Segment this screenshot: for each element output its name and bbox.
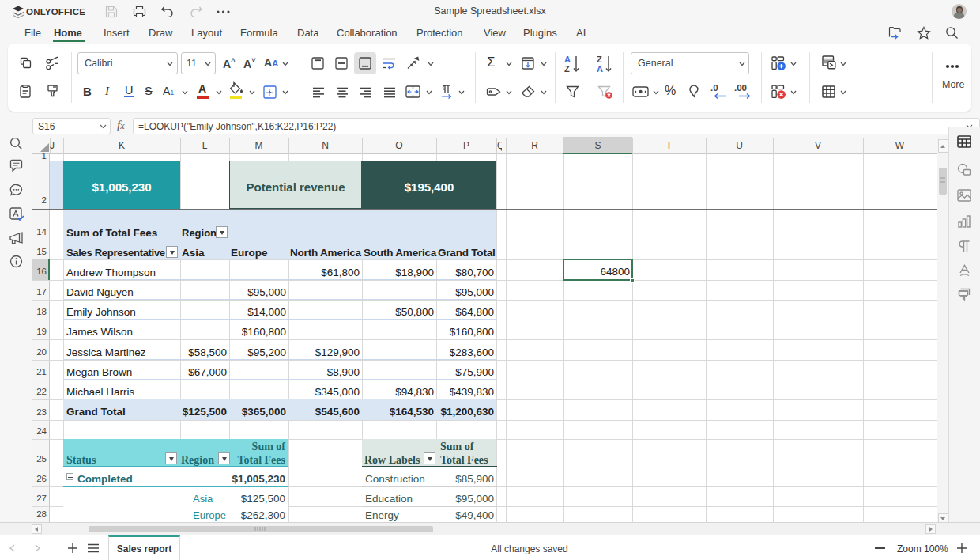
svg-text:.00: .00 [734,83,747,93]
svg-text:A: A [564,55,571,64]
svg-text:Z: Z [597,55,602,64]
svg-text:.0: .0 [710,83,718,93]
svg-text:Z: Z [564,64,570,74]
svg-text:A: A [597,64,603,74]
